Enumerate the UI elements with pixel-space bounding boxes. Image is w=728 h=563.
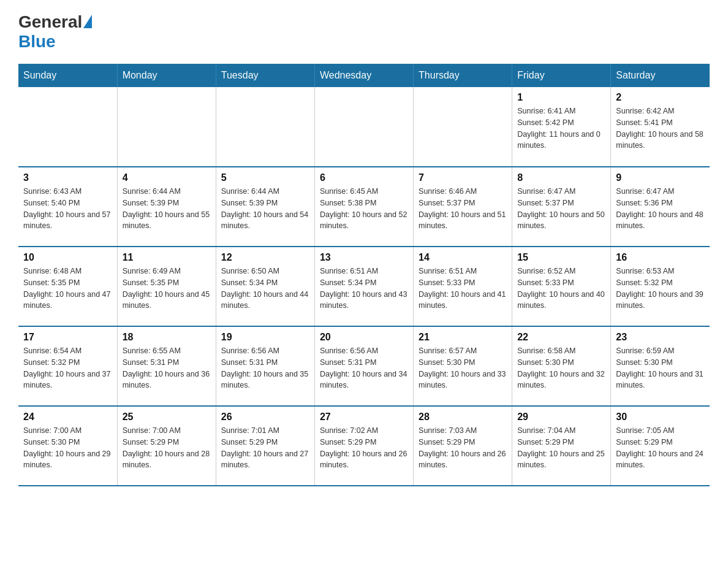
calendar-cell: 7Sunrise: 6:46 AM Sunset: 5:37 PM Daylig… [414,167,512,247]
day-info: Sunrise: 6:44 AM Sunset: 5:39 PM Dayligh… [221,186,309,232]
calendar-cell: 17Sunrise: 6:54 AM Sunset: 5:32 PM Dayli… [18,326,117,406]
calendar-cell: 19Sunrise: 6:56 AM Sunset: 5:31 PM Dayli… [216,326,314,406]
day-info: Sunrise: 6:42 AM Sunset: 5:41 PM Dayligh… [616,105,705,151]
calendar-week-0: 1Sunrise: 6:41 AM Sunset: 5:42 PM Daylig… [18,87,710,167]
day-info: Sunrise: 6:59 AM Sunset: 5:30 PM Dayligh… [616,345,705,391]
day-number: 23 [616,332,705,343]
day-number: 12 [221,252,309,263]
day-number: 28 [419,412,507,423]
calendar-cell: 14Sunrise: 6:51 AM Sunset: 5:33 PM Dayli… [414,247,512,326]
day-info: Sunrise: 6:54 AM Sunset: 5:32 PM Dayligh… [23,345,112,391]
calendar-week-2: 10Sunrise: 6:48 AM Sunset: 5:35 PM Dayli… [18,247,710,326]
header-row: SundayMondayTuesdayWednesdayThursdayFrid… [18,64,710,87]
calendar-cell: 22Sunrise: 6:58 AM Sunset: 5:30 PM Dayli… [512,326,611,406]
calendar-week-3: 17Sunrise: 6:54 AM Sunset: 5:32 PM Dayli… [18,326,710,406]
day-number: 5 [221,172,309,183]
day-number: 11 [123,252,211,263]
calendar-cell [18,87,117,167]
calendar-cell: 24Sunrise: 7:00 AM Sunset: 5:30 PM Dayli… [18,406,117,486]
day-number: 22 [517,332,605,343]
calendar-cell: 8Sunrise: 6:47 AM Sunset: 5:37 PM Daylig… [512,167,611,247]
day-info: Sunrise: 7:00 AM Sunset: 5:30 PM Dayligh… [23,425,112,471]
day-number: 30 [616,412,705,423]
calendar-cell: 3Sunrise: 6:43 AM Sunset: 5:40 PM Daylig… [18,167,117,247]
day-number: 4 [123,172,211,183]
calendar-week-1: 3Sunrise: 6:43 AM Sunset: 5:40 PM Daylig… [18,167,710,247]
day-info: Sunrise: 6:45 AM Sunset: 5:38 PM Dayligh… [320,186,408,232]
day-info: Sunrise: 7:04 AM Sunset: 5:29 PM Dayligh… [517,425,605,471]
calendar-cell [314,87,413,167]
calendar-cell: 5Sunrise: 6:44 AM Sunset: 5:39 PM Daylig… [216,167,314,247]
day-number: 24 [23,412,112,423]
calendar-cell: 27Sunrise: 7:02 AM Sunset: 5:29 PM Dayli… [314,406,413,486]
day-info: Sunrise: 6:52 AM Sunset: 5:33 PM Dayligh… [517,266,605,312]
calendar-cell: 20Sunrise: 6:56 AM Sunset: 5:31 PM Dayli… [314,326,413,406]
header-sunday: Sunday [18,64,117,87]
day-number: 21 [419,332,507,343]
calendar-cell: 1Sunrise: 6:41 AM Sunset: 5:42 PM Daylig… [512,87,611,167]
header-tuesday: Tuesday [216,64,314,87]
day-number: 3 [23,172,112,183]
calendar-cell [414,87,512,167]
calendar-table: SundayMondayTuesdayWednesdayThursdayFrid… [18,64,710,486]
day-number: 29 [517,412,605,423]
day-info: Sunrise: 6:57 AM Sunset: 5:30 PM Dayligh… [419,345,507,391]
calendar-cell: 11Sunrise: 6:49 AM Sunset: 5:35 PM Dayli… [117,247,216,326]
day-number: 13 [320,252,408,263]
day-number: 27 [320,412,408,423]
calendar-body: 1Sunrise: 6:41 AM Sunset: 5:42 PM Daylig… [18,87,710,486]
day-info: Sunrise: 6:51 AM Sunset: 5:33 PM Dayligh… [419,266,507,312]
day-info: Sunrise: 6:47 AM Sunset: 5:36 PM Dayligh… [616,186,705,232]
calendar-cell: 9Sunrise: 6:47 AM Sunset: 5:36 PM Daylig… [611,167,710,247]
header-thursday: Thursday [414,64,512,87]
calendar-cell: 10Sunrise: 6:48 AM Sunset: 5:35 PM Dayli… [18,247,117,326]
header-friday: Friday [512,64,611,87]
day-info: Sunrise: 6:47 AM Sunset: 5:37 PM Dayligh… [517,186,605,232]
day-info: Sunrise: 6:51 AM Sunset: 5:34 PM Dayligh… [320,266,408,312]
calendar-cell [216,87,314,167]
calendar-cell: 30Sunrise: 7:05 AM Sunset: 5:29 PM Dayli… [611,406,710,486]
calendar-cell: 28Sunrise: 7:03 AM Sunset: 5:29 PM Dayli… [414,406,512,486]
day-number: 9 [616,172,705,183]
calendar-cell: 25Sunrise: 7:00 AM Sunset: 5:29 PM Dayli… [117,406,216,486]
day-info: Sunrise: 6:44 AM Sunset: 5:39 PM Dayligh… [123,186,211,232]
calendar-cell: 6Sunrise: 6:45 AM Sunset: 5:38 PM Daylig… [314,167,413,247]
logo-triangle-icon [83,15,92,28]
day-number: 19 [221,332,309,343]
day-number: 7 [419,172,507,183]
day-number: 1 [517,92,605,103]
day-info: Sunrise: 6:43 AM Sunset: 5:40 PM Dayligh… [23,186,112,232]
day-number: 17 [23,332,112,343]
day-info: Sunrise: 6:48 AM Sunset: 5:35 PM Dayligh… [23,266,112,312]
calendar-cell: 23Sunrise: 6:59 AM Sunset: 5:30 PM Dayli… [611,326,710,406]
day-number: 10 [23,252,112,263]
day-info: Sunrise: 7:02 AM Sunset: 5:29 PM Dayligh… [320,425,408,471]
calendar-cell [117,87,216,167]
header-saturday: Saturday [611,64,710,87]
day-info: Sunrise: 7:01 AM Sunset: 5:29 PM Dayligh… [221,425,309,471]
day-number: 6 [320,172,408,183]
page-header: General Blue [18,12,710,52]
day-number: 2 [616,92,705,103]
day-info: Sunrise: 7:05 AM Sunset: 5:29 PM Dayligh… [616,425,705,471]
calendar-cell: 13Sunrise: 6:51 AM Sunset: 5:34 PM Dayli… [314,247,413,326]
logo-blue-text: Blue [18,32,56,52]
day-number: 16 [616,252,705,263]
day-info: Sunrise: 6:41 AM Sunset: 5:42 PM Dayligh… [517,105,605,151]
day-info: Sunrise: 6:46 AM Sunset: 5:37 PM Dayligh… [419,186,507,232]
calendar-cell: 16Sunrise: 6:53 AM Sunset: 5:32 PM Dayli… [611,247,710,326]
day-info: Sunrise: 6:56 AM Sunset: 5:31 PM Dayligh… [320,345,408,391]
day-number: 25 [123,412,211,423]
day-number: 20 [320,332,408,343]
calendar-week-4: 24Sunrise: 7:00 AM Sunset: 5:30 PM Dayli… [18,406,710,486]
calendar-cell: 21Sunrise: 6:57 AM Sunset: 5:30 PM Dayli… [414,326,512,406]
calendar-cell: 15Sunrise: 6:52 AM Sunset: 5:33 PM Dayli… [512,247,611,326]
calendar-cell: 2Sunrise: 6:42 AM Sunset: 5:41 PM Daylig… [611,87,710,167]
logo-general: General [18,12,92,32]
day-number: 18 [123,332,211,343]
day-number: 8 [517,172,605,183]
header-monday: Monday [117,64,216,87]
day-info: Sunrise: 6:53 AM Sunset: 5:32 PM Dayligh… [616,266,705,312]
day-number: 26 [221,412,309,423]
day-info: Sunrise: 6:58 AM Sunset: 5:30 PM Dayligh… [517,345,605,391]
